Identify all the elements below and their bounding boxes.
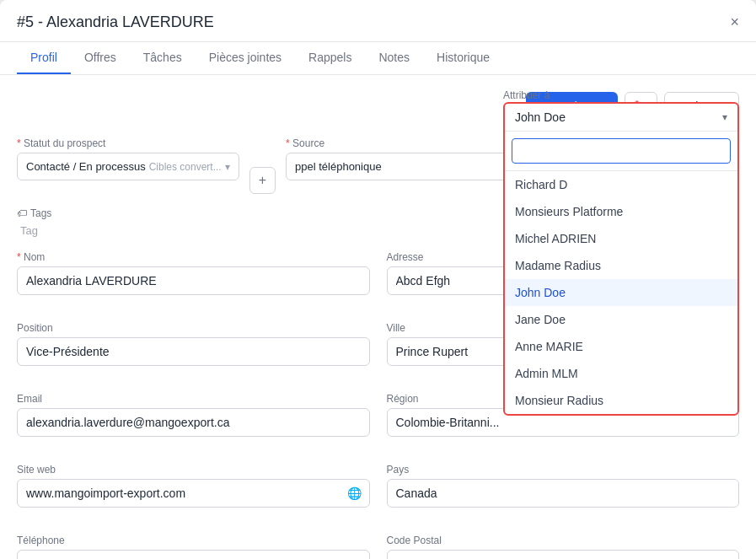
statut-group: Statut du prospect Contacté / En process… (17, 137, 239, 180)
list-item[interactable]: Richard D (505, 171, 737, 198)
pays-label: Pays (387, 464, 740, 476)
site-label: Site web (17, 464, 370, 476)
source-value: ppel téléphonique (295, 160, 382, 173)
assign-label: Attribuer à (503, 89, 550, 101)
modal-container: #5 - Alexandria LAVERDURE × Profil Offre… (0, 0, 756, 559)
tab-rappels[interactable]: Rappels (295, 42, 365, 74)
site-pays-row: Site web 🌐 Pays (17, 464, 739, 521)
assign-container: Attribuer à John Doe ▾ Richard D Monsieu… (503, 87, 739, 416)
statut-label: Statut du prospect (17, 137, 239, 149)
assign-selected-row[interactable]: John Doe ▾ (505, 104, 737, 132)
content-area: Statut du prospect Contacté / En process… (17, 137, 739, 559)
statut-dropdown[interactable]: Contacté / En processus Cibles convert..… (17, 153, 239, 180)
assign-selected-text: John Doe (515, 110, 566, 124)
nom-label: Nom (17, 251, 370, 263)
list-item[interactable]: Jane Doe (505, 306, 737, 333)
assign-search-input[interactable] (512, 138, 731, 164)
telephone-group: Téléphone (17, 535, 370, 559)
chevron-down-icon: ▾ (225, 161, 230, 173)
assign-list: Richard D Monsieurs Platforme Michel ADR… (505, 171, 737, 414)
statut-tag: Cibles convert... (149, 161, 222, 173)
tab-offres[interactable]: Offres (71, 42, 130, 74)
tab-bar: Profil Offres Tâches Pièces jointes Rapp… (0, 42, 756, 75)
list-item[interactable]: Madame Radius (505, 252, 737, 279)
telephone-label: Téléphone (17, 535, 370, 546)
pays-input[interactable] (387, 479, 740, 508)
tab-notes[interactable]: Notes (365, 42, 423, 74)
email-group: Email (17, 393, 370, 437)
list-item[interactable]: Monsieurs Platforme (505, 198, 737, 225)
list-item[interactable]: Admin MLM (505, 360, 737, 387)
list-item[interactable]: Michel ADRIEN (505, 225, 737, 252)
list-item[interactable]: Anne MARIE (505, 333, 737, 360)
codepostal-group: Code Postal (387, 535, 740, 559)
tab-historique[interactable]: Historique (423, 42, 503, 74)
pays-group: Pays (387, 464, 740, 508)
tel-codepostal-row: Téléphone Code Postal (17, 535, 739, 559)
modal-header: #5 - Alexandria LAVERDURE × (0, 0, 756, 42)
chevron-down-icon: ▾ (722, 111, 727, 123)
position-group: Position (17, 322, 370, 366)
codepostal-label: Code Postal (387, 535, 740, 546)
tag-icon: 🏷 (17, 207, 27, 219)
tab-pieces[interactable]: Pièces jointes (196, 42, 295, 74)
modal-title: #5 - Alexandria LAVERDURE (17, 13, 214, 31)
close-button[interactable]: × (730, 13, 739, 31)
tab-taches[interactable]: Tâches (130, 42, 196, 74)
position-input[interactable] (17, 337, 370, 366)
codepostal-input[interactable] (387, 550, 740, 559)
list-item-selected[interactable]: John Doe (505, 279, 737, 306)
modal-body: Enregistrer ✏️ Options ▾ Statut du prosp… (0, 75, 756, 559)
statut-value: Contacté / En processus (26, 160, 146, 173)
site-input[interactable] (17, 479, 370, 508)
telephone-input[interactable] (17, 550, 370, 559)
site-input-wrapper: 🌐 (17, 479, 370, 508)
nom-group: Nom (17, 251, 370, 295)
email-label: Email (17, 393, 370, 405)
add-statut-button[interactable]: + (249, 167, 276, 194)
site-group: Site web 🌐 (17, 464, 370, 508)
assign-dropdown: John Doe ▾ Richard D Monsieurs Platforme… (503, 102, 739, 416)
assign-search-wrapper (505, 132, 737, 171)
list-item[interactable]: Monsieur Radius (505, 387, 737, 414)
nom-input[interactable] (17, 266, 370, 295)
globe-icon: 🌐 (347, 486, 362, 500)
position-label: Position (17, 322, 370, 334)
tab-profil[interactable]: Profil (17, 42, 71, 74)
email-input[interactable] (17, 408, 370, 437)
